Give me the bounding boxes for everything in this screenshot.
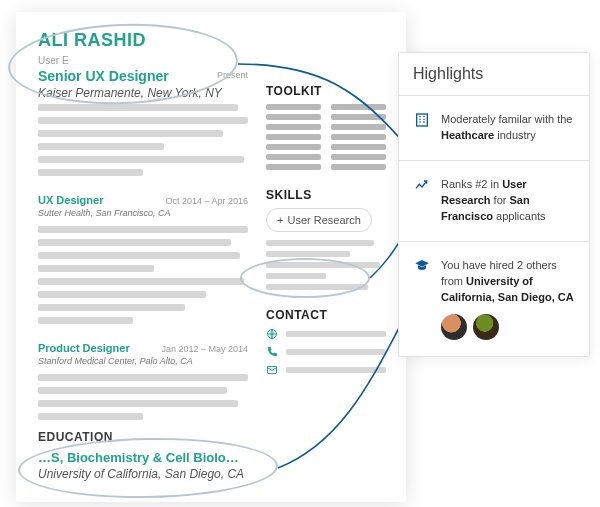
candidate-subtitle: User E <box>38 55 248 66</box>
skill-pill-user-research[interactable]: + User Research <box>266 208 372 232</box>
contact-row <box>266 364 386 376</box>
resume-left-column: ALI RASHID User E Senior UX Designer Kai… <box>38 30 248 481</box>
contact-row <box>266 346 386 358</box>
graduation-icon <box>413 258 431 276</box>
highlight-text: You have hired 2 others from University … <box>441 258 575 340</box>
education-degree: …S, Biochemistry & Cell Biolo… <box>38 450 248 465</box>
resume-card: ALI RASHID User E Senior UX Designer Kai… <box>16 12 406 502</box>
job-subtitle: Stanford Medical Center, Palo Alto, CA <box>38 356 248 366</box>
building-icon <box>413 112 431 130</box>
candidate-name: ALI RASHID <box>38 30 248 51</box>
education-heading: EDUCATION <box>38 430 248 444</box>
job-subtitle: Sutter Health, San Francisco, CA <box>38 208 248 218</box>
svg-rect-2 <box>417 114 428 126</box>
job-entry: Product Designer Jan 2012 – May 2014 Sta… <box>38 342 248 420</box>
skill-placeholder-lines <box>266 240 386 290</box>
skills-heading: SKILLS <box>266 188 386 202</box>
highlight-item[interactable]: Moderately familar with the Heathcare in… <box>399 96 589 161</box>
highlight-item[interactable]: Ranks #2 in User Research for San Franci… <box>399 161 589 242</box>
body-placeholder-block <box>38 104 248 176</box>
highlight-text: Moderately familar with the Heathcare in… <box>441 112 575 144</box>
globe-icon <box>266 328 278 340</box>
highlights-title: Highlights <box>399 53 589 96</box>
highlight-item[interactable]: You have hired 2 others from University … <box>399 242 589 356</box>
toolkit-heading: TOOLKIT <box>266 84 386 98</box>
education-school: University of California, San Diego, CA <box>38 467 248 481</box>
contact-heading: CONTACT <box>266 308 386 322</box>
job-entry: UX Designer Oct 2014 – Apr 2016 Sutter H… <box>38 194 248 324</box>
mail-icon <box>266 364 278 376</box>
avatar-group <box>441 314 575 340</box>
skill-pill-label: User Research <box>287 214 360 226</box>
highlights-panel: Highlights Moderately familar with the H… <box>398 52 590 357</box>
avatar <box>441 314 467 340</box>
job-dates: Jan 2012 – May 2014 <box>161 344 248 354</box>
job-title: UX Designer <box>38 194 103 206</box>
resume-right-column: TOOLKIT SKILLS + User Research CONTACT <box>266 84 386 382</box>
toolkit-grid <box>266 104 386 170</box>
phone-icon <box>266 346 278 358</box>
job-title: Product Designer <box>38 342 130 354</box>
highlight-text: Ranks #2 in User Research for San Franci… <box>441 177 575 225</box>
contact-row <box>266 328 386 340</box>
job-dates: Oct 2014 – Apr 2016 <box>165 196 248 206</box>
avatar <box>473 314 499 340</box>
trend-icon <box>413 177 431 195</box>
plus-icon: + <box>277 214 283 226</box>
headline-company: Kaiser Permanente, New York, NY <box>38 86 248 100</box>
